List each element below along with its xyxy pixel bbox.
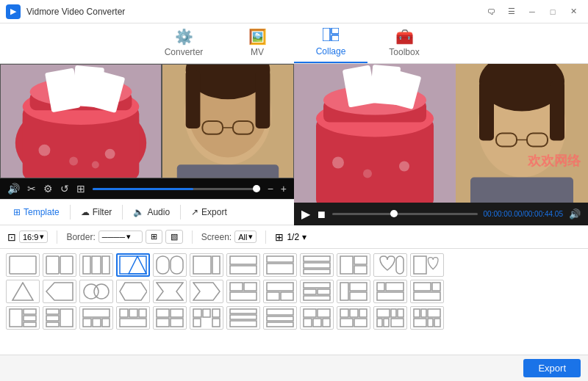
layout-r3-4[interactable] — [116, 306, 150, 330]
toolbox-icon: 🧰 — [395, 28, 414, 46]
page-chevron[interactable]: ▾ — [302, 232, 306, 242]
template-btn[interactable]: ⊞ Template — [6, 204, 67, 220]
right-stop-btn[interactable]: ⏹ — [316, 208, 326, 220]
tab-toolbox[interactable]: 🧰 Toolbox — [368, 23, 441, 63]
svg-rect-137 — [377, 319, 382, 327]
layout-r2-1[interactable] — [6, 280, 40, 303]
layout-col-row[interactable] — [337, 253, 370, 277]
right-progress-bar[interactable] — [332, 213, 478, 215]
layout-3col[interactable] — [79, 253, 113, 277]
svg-rect-83 — [304, 296, 330, 300]
template-label: Template — [24, 207, 60, 217]
filter-btn[interactable]: ☁ Filter — [74, 204, 120, 220]
layout-r3-9[interactable] — [300, 306, 334, 330]
plus-btn[interactable]: + — [281, 183, 287, 195]
progress-bar[interactable] — [93, 188, 260, 190]
close-btn[interactable]: ✕ — [564, 4, 582, 19]
layout-row-2 — [6, 280, 582, 303]
layout-single[interactable] — [6, 253, 40, 277]
layout-diagonal[interactable] — [116, 253, 150, 277]
tab-mv[interactable]: 🖼️ MV — [220, 23, 294, 63]
layout-row-1 — [6, 253, 582, 277]
minus-btn[interactable]: − — [268, 183, 273, 195]
layout-r2-8[interactable] — [263, 280, 297, 303]
svg-rect-120 — [230, 321, 257, 327]
layout-r3-5[interactable] — [153, 306, 187, 330]
layout-r2-12[interactable] — [410, 280, 444, 303]
border-pattern-btn[interactable]: ▧ — [165, 230, 183, 244]
svg-marker-54 — [129, 256, 146, 274]
settings-btn[interactable]: ⚙ — [43, 183, 53, 195]
layout-r2-4[interactable] — [116, 280, 150, 303]
border-group: Border: ──── ▾ ⊞ ▧ — [66, 230, 182, 244]
right-cell-2 — [456, 64, 588, 203]
layout-r2-5[interactable] — [153, 280, 187, 303]
svg-rect-62 — [267, 264, 293, 274]
layout-r3-6[interactable] — [190, 306, 223, 330]
face-image — [162, 65, 293, 178]
border-color-btn[interactable]: ⊞ — [146, 230, 162, 244]
svg-rect-133 — [354, 319, 367, 327]
layout-rounded[interactable] — [153, 253, 187, 277]
maximize-btn[interactable]: □ — [544, 4, 562, 19]
svg-rect-104 — [102, 319, 110, 327]
svg-rect-46 — [470, 178, 573, 203]
rotate-btn[interactable]: ↺ — [60, 183, 69, 195]
layout-r2-6[interactable] — [190, 280, 223, 303]
layout-heart[interactable] — [373, 253, 407, 277]
export-label: Export — [201, 207, 227, 217]
layout-2col[interactable] — [43, 253, 76, 277]
layout-r3-1[interactable] — [6, 306, 40, 330]
screen-select[interactable]: All ▾ — [234, 231, 257, 243]
export-toolbar-btn[interactable]: ↗ Export — [184, 204, 234, 220]
layout-2col-heart[interactable] — [410, 253, 444, 277]
svg-rect-56 — [171, 256, 183, 274]
layout-split-unequal[interactable] — [190, 253, 223, 277]
layout-r3-8[interactable] — [263, 306, 297, 330]
message-icon-btn[interactable]: 🗨 — [482, 4, 500, 19]
minimize-btn[interactable]: ─ — [523, 4, 541, 19]
tab-converter[interactable]: ⚙️ Converter — [147, 23, 220, 63]
layout-r3-10[interactable] — [337, 306, 370, 330]
cake-image — [1, 65, 161, 178]
layout-r3-2[interactable] — [43, 306, 76, 330]
border-select[interactable]: ──── ▾ — [98, 231, 143, 243]
layout-r3-7[interactable] — [226, 306, 260, 330]
layout-2row-unequal[interactable] — [263, 253, 297, 277]
layout-r2-3[interactable] — [79, 280, 113, 303]
right-vol-btn[interactable]: 🔊 — [569, 208, 581, 219]
cut-btn[interactable]: ✂ — [27, 183, 36, 195]
layout-r3-3[interactable] — [79, 306, 113, 330]
svg-rect-90 — [414, 283, 431, 291]
svg-rect-121 — [267, 309, 293, 315]
svg-point-33 — [363, 170, 372, 178]
layout-2row[interactable] — [226, 253, 260, 277]
svg-rect-48 — [46, 256, 59, 274]
audio-btn[interactable]: 🔈 Audio — [126, 204, 177, 220]
layout-r2-9[interactable] — [300, 280, 334, 303]
crop-btn[interactable]: ⊞ — [76, 183, 85, 195]
layout-row-3 — [6, 306, 582, 330]
content-area: 🔊 ✂ ⚙ ↺ ⊞ − + ⊞ Template — [0, 64, 588, 381]
layout-r2-11[interactable] — [373, 280, 407, 303]
svg-rect-22 — [256, 70, 270, 128]
svg-rect-21 — [186, 70, 201, 128]
layout-r2-2[interactable] — [43, 280, 76, 303]
layout-r2-10[interactable] — [337, 280, 370, 303]
right-panel: 欢欢网络 ▶ ⏹ 00:00:00.00/00:00:44.05 🔊 — [294, 64, 588, 225]
volume-btn[interactable]: 🔊 — [7, 183, 20, 195]
svg-point-13 — [92, 162, 99, 169]
right-play-btn[interactable]: ▶ — [301, 207, 310, 221]
export-button[interactable]: Export — [523, 359, 581, 377]
border-value: ──── — [102, 233, 125, 242]
svg-point-32 — [332, 157, 344, 169]
layout-r3-11[interactable] — [373, 306, 407, 330]
menu-btn[interactable]: ☰ — [503, 4, 520, 19]
tab-collage[interactable]: Collage — [294, 23, 368, 63]
svg-rect-136 — [398, 309, 404, 317]
layout-3row[interactable] — [300, 253, 334, 277]
bottom-bar: Export — [0, 355, 588, 381]
aspect-ratio-select[interactable]: 16:9 ▾ — [19, 231, 48, 243]
layout-r2-7[interactable] — [226, 280, 260, 303]
layout-r3-12[interactable] — [410, 306, 444, 330]
